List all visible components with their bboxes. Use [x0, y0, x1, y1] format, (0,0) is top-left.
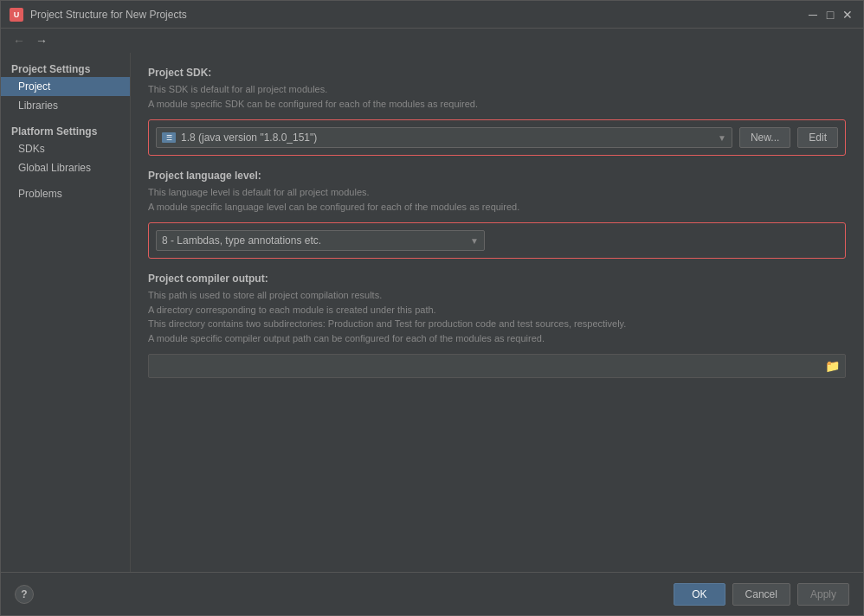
main-window: U Project Structure for New Projects ─ □… — [0, 0, 864, 616]
back-button[interactable]: ← — [10, 32, 29, 49]
app-logo: U — [10, 8, 23, 22]
edit-sdk-button[interactable]: Edit — [797, 127, 838, 148]
sidebar-item-project[interactable]: Project — [1, 77, 130, 96]
browse-folder-button[interactable]: 📁 — [825, 359, 840, 373]
language-dropdown[interactable]: 8 - Lambdas, type annotations etc. ▼ — [156, 230, 485, 251]
sidebar-item-global-libraries[interactable]: Global Libraries — [1, 158, 130, 177]
compiler-output-path[interactable]: 📁 — [148, 354, 846, 378]
forward-button[interactable]: → — [32, 32, 51, 49]
minimize-button[interactable]: ─ — [806, 8, 820, 22]
new-sdk-button[interactable]: New... — [739, 127, 790, 148]
bottom-left: ? — [15, 585, 34, 604]
sdk-value: 1.8 (java version "1.8.0_151") — [181, 132, 317, 144]
sdk-dropdown[interactable]: ☰ 1.8 (java version "1.8.0_151") ▼ — [156, 127, 732, 148]
main-content: Project Settings Project Libraries Platf… — [1, 53, 863, 572]
close-button[interactable]: ✕ — [841, 8, 854, 22]
sdk-icon: ☰ — [162, 132, 176, 143]
sdk-section-desc: This SDK is default for all project modu… — [148, 82, 846, 111]
title-bar: U Project Structure for New Projects ─ □… — [1, 1, 863, 29]
language-section-title: Project language level: — [148, 170, 846, 182]
title-bar-left: U Project Structure for New Projects — [10, 8, 187, 22]
window-title: Project Structure for New Projects — [30, 9, 187, 21]
bottom-bar: ? OK Cancel Apply — [1, 572, 863, 615]
help-button[interactable]: ? — [15, 585, 34, 604]
window-controls: ─ □ ✕ — [806, 8, 854, 22]
content-area: Project SDK: This SDK is default for all… — [131, 53, 863, 572]
language-dropdown-arrow: ▼ — [470, 236, 479, 246]
sdk-dropdown-arrow: ▼ — [718, 133, 726, 143]
cancel-button[interactable]: Cancel — [732, 583, 790, 606]
sidebar-item-libraries[interactable]: Libraries — [1, 96, 130, 115]
sdk-section-title: Project SDK: — [148, 67, 846, 79]
compiler-section-desc: This path is used to store all project c… — [148, 288, 846, 345]
language-section-desc: This language level is default for all p… — [148, 185, 846, 214]
compiler-section-title: Project compiler output: — [148, 273, 846, 285]
language-value: 8 - Lambdas, type annotations etc. — [162, 234, 321, 247]
language-box: 8 - Lambdas, type annotations etc. ▼ — [148, 222, 846, 259]
maximize-button[interactable]: □ — [823, 8, 837, 22]
project-settings-label: Project Settings — [1, 60, 130, 77]
sidebar: Project Settings Project Libraries Platf… — [1, 53, 131, 572]
platform-settings-label: Platform Settings — [1, 122, 130, 139]
sidebar-item-problems[interactable]: Problems — [1, 184, 130, 203]
sidebar-item-sdks[interactable]: SDKs — [1, 139, 130, 158]
ok-button[interactable]: OK — [674, 583, 725, 606]
apply-button[interactable]: Apply — [797, 583, 849, 606]
nav-bar: ← → — [1, 29, 863, 53]
sdk-box: ☰ 1.8 (java version "1.8.0_151") ▼ New..… — [148, 119, 846, 156]
bottom-right: OK Cancel Apply — [674, 583, 849, 606]
